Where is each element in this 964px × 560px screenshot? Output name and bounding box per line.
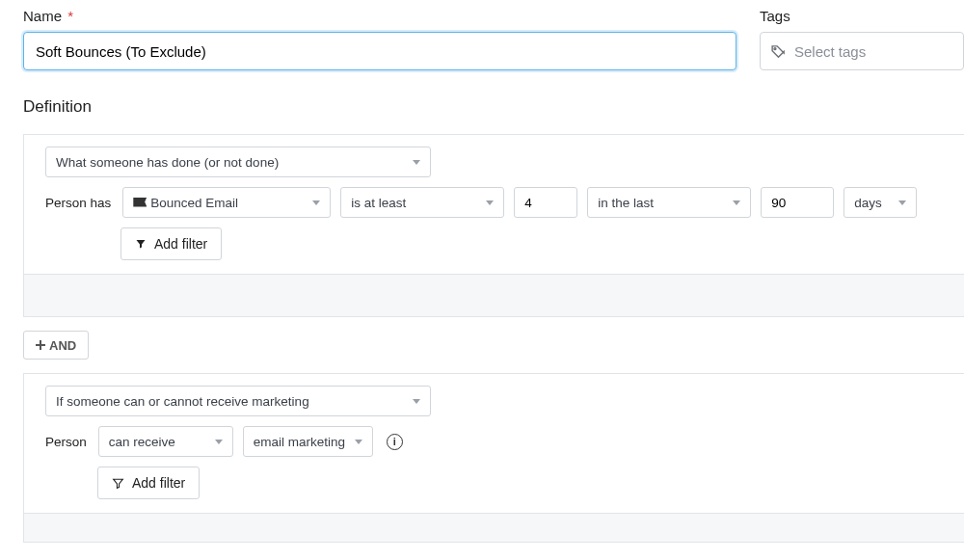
- chevron-down-icon: [898, 200, 906, 205]
- funnel-icon: [112, 477, 124, 490]
- timeframe-value-input[interactable]: [761, 187, 834, 218]
- plus-icon: [36, 340, 45, 350]
- chevron-down-icon: [486, 200, 494, 205]
- add-filter-button-2[interactable]: Add filter: [97, 467, 200, 499]
- and-button[interactable]: AND: [23, 331, 89, 360]
- chevron-down-icon: [413, 399, 420, 404]
- svg-point-0: [774, 47, 776, 49]
- timeframe-unit-select[interactable]: days: [844, 187, 917, 218]
- name-label: Name *: [23, 8, 736, 24]
- condition-block-1: What someone has done (or not done) Pers…: [23, 134, 964, 275]
- can-select[interactable]: can receive: [98, 426, 233, 457]
- tag-icon: [770, 43, 787, 60]
- flag-icon: [133, 198, 147, 207]
- chevron-down-icon: [215, 440, 223, 444]
- tags-select[interactable]: Select tags: [760, 32, 964, 70]
- condition-block-2: If someone can or cannot receive marketi…: [23, 373, 964, 514]
- chevron-down-icon: [355, 440, 362, 444]
- gap-band: [23, 275, 964, 317]
- funnel-icon: [135, 238, 147, 250]
- channel-select[interactable]: email marketing: [243, 426, 373, 457]
- person-has-label: Person has: [45, 196, 111, 210]
- required-mark: *: [67, 8, 73, 24]
- definition-heading: Definition: [23, 97, 964, 117]
- chevron-down-icon: [413, 160, 420, 165]
- count-input[interactable]: [514, 187, 577, 218]
- name-input[interactable]: [23, 32, 736, 70]
- condition-type-select[interactable]: What someone has done (or not done): [45, 147, 431, 177]
- tags-placeholder: Select tags: [794, 43, 866, 60]
- condition-type-select-2[interactable]: If someone can or cannot receive marketi…: [45, 386, 431, 416]
- comparator-select[interactable]: is at least: [340, 187, 504, 218]
- gap-band-2: [23, 514, 964, 543]
- tags-label: Tags: [760, 8, 964, 24]
- metric-select[interactable]: Bounced Email: [122, 187, 331, 218]
- add-filter-button[interactable]: Add filter: [120, 227, 222, 260]
- timeframe-prefix-select[interactable]: in the last: [587, 187, 751, 218]
- person-label: Person: [45, 435, 87, 449]
- info-icon[interactable]: i: [387, 434, 403, 450]
- chevron-down-icon: [733, 200, 740, 205]
- chevron-down-icon: [312, 200, 320, 205]
